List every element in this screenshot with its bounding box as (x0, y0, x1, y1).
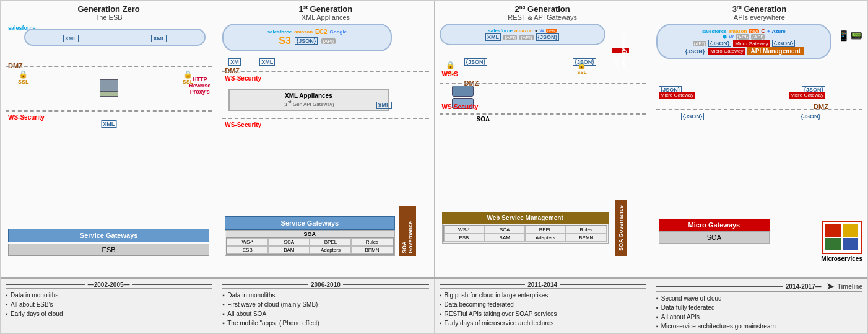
timeline-date-2: 2011-2014 (440, 281, 646, 289)
timeline-gen2: 2011-2014 Big push for cloud in large en… (435, 279, 651, 333)
gen2-json1: {JSON} (464, 58, 488, 66)
gen2-soa: SOA (477, 115, 490, 123)
gen2-ws-security: WS-Security (442, 103, 479, 110)
timeline-date-1: 2006-2010 (222, 281, 428, 289)
gen0-server (100, 79, 118, 97)
gen3-micro-gateways-box: Micro Gateways SOA (659, 219, 770, 244)
gen3-devices: 📱📟 (838, 30, 862, 42)
timeline-gen3: 2014-2017— ➤ Timeline Second wave of clo… (651, 279, 867, 333)
gen1-dashed-mid (222, 118, 428, 119)
main-container: Generation Zero The ESB salesforce XML X… (0, 0, 868, 334)
gen3-title: 3rd Generation (656, 4, 862, 14)
timeline-bullets-0: Data in monoliths All about ESB's Early … (6, 291, 212, 319)
gen2-header: 2nd Generation REST & API Gateways (440, 4, 646, 21)
gen0-cloud: XML XML (24, 29, 206, 46)
gen2-subtitle: REST & API Gateways (440, 14, 646, 21)
gen2-content: salesforce amazon ● W new XML {API} {API… (440, 24, 646, 275)
generation-1: 1st Generation XML Appliances salesforce… (217, 1, 434, 277)
gen1-xml1: XM (228, 58, 241, 66)
generation-zero: Generation Zero The ESB salesforce XML X… (1, 1, 217, 277)
gen1-service-gw: Service Gateways SOA WS-*SCABPELRules ES… (225, 216, 394, 256)
gen2-soa-governance: SOA Governance (615, 200, 643, 256)
gen0-content: salesforce XML XML DMZ (6, 24, 212, 275)
gen2-cloud: salesforce amazon ● W new XML {API} {API… (440, 24, 605, 45)
timeline-arrow-icon: ➤ (827, 281, 834, 291)
gen1-ws-security: WS-Security (225, 74, 261, 82)
gen2-ssl-right: 🔒 SSL (577, 61, 587, 75)
gen0-xml-below: XML (101, 120, 116, 128)
gen0-ssl-left: 🔒 SSL (18, 70, 29, 85)
gen0-dashed-mid (6, 110, 212, 112)
gen0-subtitle: The ESB (6, 14, 212, 21)
gen0-header: Generation Zero The ESB (6, 4, 212, 21)
gen3-micro-gw1: Micro Gateway (659, 90, 695, 98)
timeline-date-0: —2002-2005— (6, 281, 212, 289)
gen3-json3: {JSON} (681, 112, 705, 120)
gen2-wss: WS-S (442, 70, 458, 77)
timeline-gen1: 2006-2010 Data in monoliths First wave o… (217, 279, 434, 333)
timeline-container: —2002-2005— Data in monoliths All about … (1, 278, 867, 333)
gen1-subtitle: XML Appliances (222, 14, 428, 21)
timeline-gen0: —2002-2005— Data in monoliths All about … (1, 279, 217, 333)
gen2-title: 2nd Generation (440, 4, 646, 14)
gen0-http-proxy: HTTP Reverse Proxy's (189, 76, 210, 95)
gen2-wsm: Web Service Management WS-*SCABPELRules … (442, 212, 609, 244)
gen1-soa-governance: SOA Governance (399, 206, 427, 256)
generation-3: 3rd Generation APIs everywhere salesforc… (651, 1, 867, 277)
gen3-content: salesforce amazon new C ● Azure ⬢ W {API… (656, 24, 862, 275)
timeline-label: Timeline (838, 283, 862, 290)
gen3-header: 3rd Generation APIs everywhere (656, 4, 862, 21)
gen1-xml-appliances: XML Appliances (1st Gen API Gateway) (228, 89, 388, 111)
gen3-micro-gw2: Micro Gateway (789, 90, 825, 98)
gen3-microservices: Microservices (821, 221, 862, 262)
timeline-bullets-1: Data in monoliths First wave of cloud (m… (222, 291, 428, 328)
timeline-bullets-3: Second wave of cloud Data fully federate… (656, 294, 862, 331)
gen1-content: salesforce amazon EC2 Google S3 {JSON} {… (222, 24, 428, 275)
gen3-cloud: salesforce amazon new C ● Azure ⬢ W {API… (656, 24, 831, 59)
timeline-date-3: 2014-2017— ➤ Timeline (656, 281, 862, 292)
gen0-ws-security: WS-Security (8, 113, 45, 121)
gen3-json4: {JSON} (799, 112, 822, 120)
gen1-title: 1st Generation (222, 4, 428, 14)
timeline-bullets-2: Big push for cloud in large enterprises … (440, 291, 646, 328)
generation-2: 2nd Generation REST & API Gateways sales… (435, 1, 651, 277)
gen2-dashed-mid (440, 113, 646, 115)
gen3-dashed (656, 109, 862, 110)
gen3-subtitle: APIs everywhere (656, 14, 862, 21)
gen1-xml2: XML (259, 58, 275, 66)
gen0-service-gateway: Service Gateways ESB (8, 229, 209, 256)
gen1-header: 1st Generation XML Appliances (222, 4, 428, 21)
gen0-title: Generation Zero (6, 4, 212, 14)
gen1-ws-security2: WS-Security (225, 121, 261, 128)
gen0-dashed-top (6, 66, 212, 67)
gen1-dashed-top (222, 71, 428, 72)
gen1-cloud: salesforce amazon EC2 Google S3 {JSON} {… (222, 24, 391, 51)
diagram-area: Generation Zero The ESB salesforce XML X… (1, 1, 867, 278)
gen1-xml3: XML (376, 101, 392, 109)
